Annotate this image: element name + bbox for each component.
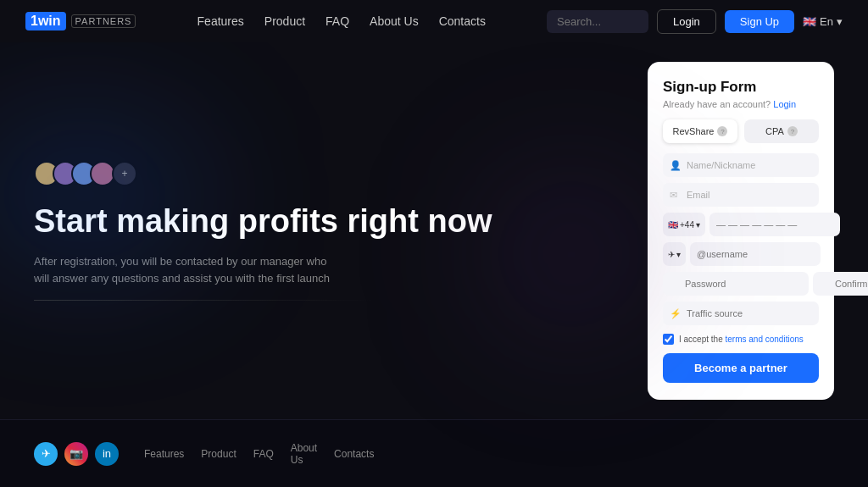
become-partner-button[interactable]: Become a partner bbox=[663, 353, 819, 383]
plan-cpa-button[interactable]: CPA ? bbox=[744, 119, 819, 143]
hero-divider bbox=[34, 300, 373, 301]
footer-linkedin-icon[interactable]: in bbox=[95, 442, 119, 466]
confirm-input[interactable] bbox=[813, 272, 868, 296]
nav-faq[interactable]: FAQ bbox=[326, 14, 349, 28]
phone-country-selector[interactable]: 🇬🇧 +44 ▾ bbox=[663, 213, 705, 236]
email-field-wrap: ✉ bbox=[663, 183, 819, 207]
flag-icon: 🇬🇧 bbox=[803, 15, 816, 28]
nav-about[interactable]: About Us bbox=[370, 14, 419, 28]
footer-nav-about[interactable]: AboutUs bbox=[291, 442, 317, 466]
footer-nav-faq[interactable]: FAQ bbox=[253, 448, 274, 460]
search-input[interactable] bbox=[547, 10, 648, 33]
user-icon: 👤 bbox=[670, 160, 682, 171]
lang-label: En bbox=[820, 15, 833, 28]
telegram-input[interactable] bbox=[690, 242, 821, 266]
footer-telegram-icon[interactable]: ✈ bbox=[34, 442, 58, 466]
footer: ✈ 📷 in Features Product FAQ AboutUs Cont… bbox=[0, 419, 868, 487]
phone-flag-icon: 🇬🇧 bbox=[668, 220, 678, 230]
terms-checkbox[interactable] bbox=[663, 334, 674, 345]
hero-section: + Start making profits right now After r… bbox=[34, 161, 648, 302]
nav-features[interactable]: Features bbox=[198, 14, 244, 28]
traffic-icon: ⚡ bbox=[670, 308, 682, 319]
confirm-wrap: ⬛ bbox=[813, 272, 868, 296]
avatar-plus: + bbox=[112, 161, 137, 186]
telegram-icon: ✈ bbox=[668, 250, 675, 259]
form-login-link[interactable]: Login bbox=[773, 99, 796, 109]
terms-text: I accept the terms and conditions bbox=[679, 335, 804, 344]
password-input[interactable] bbox=[663, 272, 809, 296]
name-field-wrap: 👤 bbox=[663, 153, 819, 177]
telegram-row: ✈ ▾ bbox=[663, 242, 819, 266]
traffic-input[interactable] bbox=[663, 302, 819, 325]
plan-revshare-label: RevShare bbox=[673, 126, 715, 136]
footer-nav-features[interactable]: Features bbox=[144, 448, 184, 460]
main-nav: Features Product FAQ About Us Contacts bbox=[198, 14, 486, 28]
logo: 1win PARTNERS bbox=[25, 12, 136, 30]
email-input[interactable] bbox=[663, 183, 819, 207]
plan-cpa-label: CPA bbox=[765, 126, 784, 136]
chevron-down-icon: ▾ bbox=[837, 15, 843, 28]
terms-link[interactable]: terms and conditions bbox=[725, 335, 803, 344]
phone-country-code: +44 bbox=[680, 220, 694, 230]
password-row: ⬛ ⬛ bbox=[663, 272, 819, 296]
plan-row: RevShare ? CPA ? bbox=[663, 119, 819, 143]
plan-revshare-button[interactable]: RevShare ? bbox=[663, 119, 737, 143]
logo-brand: 1win bbox=[25, 12, 66, 30]
nav-contacts[interactable]: Contacts bbox=[439, 14, 486, 28]
footer-social-icons: ✈ 📷 in bbox=[34, 442, 119, 466]
name-input[interactable] bbox=[663, 153, 819, 177]
telegram-prefix-selector[interactable]: ✈ ▾ bbox=[663, 242, 686, 266]
revshare-info-icon: ? bbox=[717, 126, 727, 136]
terms-row: I accept the terms and conditions bbox=[663, 334, 819, 345]
traffic-wrap: ⚡ bbox=[663, 302, 819, 325]
form-title: Sign-up Form bbox=[663, 79, 819, 96]
form-subtitle: Already have an account? Login bbox=[663, 99, 819, 109]
main-content: + Start making profits right now After r… bbox=[0, 42, 868, 419]
footer-instagram-icon[interactable]: 📷 bbox=[64, 442, 88, 466]
avatar-stack bbox=[34, 161, 108, 186]
header-actions: Login Sign Up 🇬🇧 En ▾ bbox=[547, 9, 843, 34]
telegram-chevron-icon: ▾ bbox=[676, 250, 681, 259]
login-button[interactable]: Login bbox=[657, 9, 716, 34]
nav-product[interactable]: Product bbox=[264, 14, 305, 28]
signup-button[interactable]: Sign Up bbox=[725, 10, 794, 33]
logo-tag: PARTNERS bbox=[71, 14, 136, 28]
header: 1win PARTNERS Features Product FAQ About… bbox=[0, 0, 868, 42]
phone-row: 🇬🇧 +44 ▾ bbox=[663, 213, 819, 236]
hero-description: After registration, you will be contacte… bbox=[34, 253, 339, 286]
phone-input[interactable] bbox=[709, 213, 840, 236]
footer-nav: Features Product FAQ AboutUs Contacts bbox=[144, 442, 374, 466]
avatar-group: + bbox=[34, 161, 614, 186]
language-selector[interactable]: 🇬🇧 En ▾ bbox=[803, 15, 843, 28]
signup-form-card: Sign-up Form Already have an account? Lo… bbox=[648, 62, 834, 400]
chevron-down-icon: ▾ bbox=[696, 220, 700, 230]
footer-nav-product[interactable]: Product bbox=[201, 448, 236, 460]
cpa-info-icon: ? bbox=[787, 126, 798, 136]
email-icon: ✉ bbox=[670, 190, 677, 201]
password-wrap: ⬛ bbox=[663, 272, 809, 296]
hero-headline: Start making profits right now bbox=[34, 203, 614, 241]
footer-nav-contacts[interactable]: Contacts bbox=[334, 448, 374, 460]
